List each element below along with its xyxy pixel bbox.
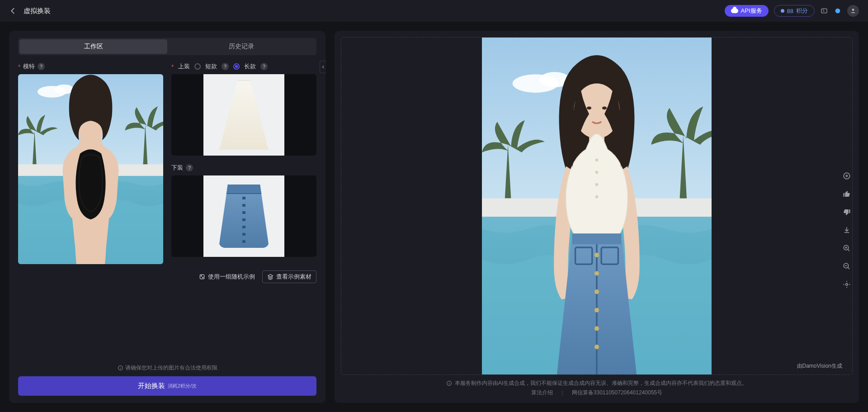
- upper-short-help-icon[interactable]: ?: [222, 63, 229, 70]
- svg-point-29: [602, 106, 607, 109]
- model-image: [18, 74, 163, 264]
- upper-garment-image: [203, 74, 285, 156]
- svg-point-24: [594, 326, 599, 331]
- svg-point-15: [595, 171, 599, 174]
- svg-point-9: [201, 275, 202, 276]
- watermark: 由DamoVision生成: [797, 362, 842, 370]
- model-section-label: * 模特 ?: [18, 62, 163, 71]
- random-example-link[interactable]: 使用一组随机示例: [199, 273, 255, 281]
- credits-unit: 积分: [796, 7, 808, 15]
- radio-upper-long[interactable]: [233, 63, 240, 70]
- back-icon[interactable]: [9, 7, 17, 15]
- input-grid: * 模特 ?: [18, 62, 316, 264]
- tool-rail: [837, 165, 856, 296]
- upper-garment-slot[interactable]: [171, 74, 316, 156]
- app-body: 工作区 历史记录 * 模特 ?: [0, 22, 868, 412]
- lower-garment-image: [203, 175, 285, 257]
- random-example-label: 使用一组随机示例: [208, 273, 255, 281]
- svg-point-22: [594, 289, 599, 294]
- model-help-icon[interactable]: ?: [38, 63, 45, 70]
- radio-upper-long-label: 长款: [244, 62, 256, 71]
- run-button[interactable]: 开始换装 消耗2积分/次: [18, 376, 316, 396]
- run-cost: 消耗2积分/次: [168, 383, 197, 389]
- footer-disclaimer-text: 本服务制作内容由AI生成合成，我们不能保证生成合成内容无误、准确和完整，生成合成…: [455, 379, 747, 387]
- divider: |: [561, 389, 563, 396]
- header-left: 虚拟换装: [9, 7, 51, 15]
- svg-point-7: [852, 9, 854, 11]
- svg-point-21: [594, 271, 599, 275]
- header-right: API服务 88 积分: [725, 5, 859, 17]
- garment-column: * 上装 短款 ? 长款 ? 下装 ?: [171, 62, 316, 264]
- svg-point-10: [203, 277, 203, 278]
- algorithm-link[interactable]: 算法介绍: [531, 389, 553, 396]
- svg-point-25: [594, 345, 599, 349]
- legal-hint: 请确保您对上传的图片有合法使用权限: [18, 364, 316, 372]
- tool-zoom-in[interactable]: [840, 242, 854, 255]
- tool-like[interactable]: [840, 187, 854, 201]
- preview-image[interactable]: [482, 38, 712, 374]
- model-image-slot[interactable]: [18, 74, 163, 264]
- preview-frame: 由DamoVision生成: [341, 37, 853, 375]
- result-image: [482, 38, 712, 374]
- helper-row: 使用一组随机示例 查看示例素材: [18, 270, 316, 283]
- svg-point-6: [835, 9, 840, 14]
- api-service-button[interactable]: API服务: [725, 5, 769, 17]
- radio-upper-short-label: 短款: [205, 62, 217, 71]
- run-label: 开始换装: [138, 382, 165, 390]
- tool-download[interactable]: [840, 223, 854, 237]
- info-icon: [118, 365, 123, 371]
- svg-rect-8: [200, 275, 204, 279]
- record-number: 网信算备330110507206401240055号: [572, 389, 662, 396]
- right-panel: 由DamoVision生成 本服务制作内容由AI生成合成，我们不能保证生成合成内…: [335, 31, 859, 403]
- tool-dislike[interactable]: [840, 205, 854, 219]
- coin-icon: [781, 9, 784, 13]
- tool-locate[interactable]: [840, 278, 854, 291]
- left-panel: 工作区 历史记录 * 模特 ?: [9, 31, 326, 403]
- lower-section-label: 下装 ?: [171, 164, 316, 172]
- footer-sub: 算法介绍 | 网信算备330110507206401240055号: [341, 389, 853, 397]
- tool-zoom-out[interactable]: [840, 260, 854, 273]
- stack-icon: [267, 274, 274, 280]
- svg-point-17: [595, 195, 599, 199]
- model-column: * 模特 ?: [18, 62, 163, 264]
- svg-rect-18: [572, 233, 621, 244]
- svg-point-16: [595, 183, 599, 186]
- cloud-icon: [731, 9, 738, 13]
- api-service-label: API服务: [741, 7, 762, 15]
- upper-long-help-icon[interactable]: ?: [260, 63, 268, 70]
- collapse-handle[interactable]: [320, 61, 326, 73]
- upper-section-label: * 上装 短款 ? 长款 ?: [171, 62, 316, 71]
- svg-point-28: [587, 106, 591, 109]
- lang-icon[interactable]: [820, 7, 828, 15]
- help-icon[interactable]: [834, 7, 842, 15]
- upper-label-text: 上装: [178, 62, 190, 71]
- radio-upper-short[interactable]: [194, 63, 201, 70]
- required-star: *: [171, 63, 174, 70]
- tab-history[interactable]: 历史记录: [167, 39, 315, 54]
- page-title: 虚拟换装: [24, 7, 51, 15]
- app-header: 虚拟换装 API服务 88 积分: [0, 0, 868, 22]
- info-icon: [446, 380, 452, 386]
- credits-value: 88: [787, 8, 793, 14]
- user-avatar[interactable]: [847, 5, 859, 17]
- legal-hint-text: 请确保您对上传的图片有合法使用权限: [125, 364, 217, 372]
- view-examples-button[interactable]: 查看示例素材: [262, 270, 316, 283]
- tabs: 工作区 历史记录: [18, 38, 316, 55]
- svg-point-14: [595, 159, 599, 162]
- tab-workspace[interactable]: 工作区: [19, 39, 167, 54]
- lower-label-text: 下装: [171, 164, 183, 172]
- svg-point-20: [594, 253, 599, 257]
- dice-icon: [199, 274, 205, 280]
- required-star: *: [18, 63, 20, 70]
- svg-point-23: [594, 308, 599, 313]
- svg-point-34: [846, 283, 848, 285]
- lower-help-icon[interactable]: ?: [186, 164, 193, 171]
- model-label-text: 模特: [23, 62, 35, 71]
- view-examples-label: 查看示例素材: [276, 273, 311, 281]
- footer-disclaimer: 本服务制作内容由AI生成合成，我们不能保证生成合成内容无误、准确和完整，生成合成…: [341, 379, 853, 387]
- tool-add[interactable]: [840, 169, 854, 183]
- credits-button[interactable]: 88 积分: [774, 5, 815, 17]
- lower-garment-slot[interactable]: [171, 175, 316, 257]
